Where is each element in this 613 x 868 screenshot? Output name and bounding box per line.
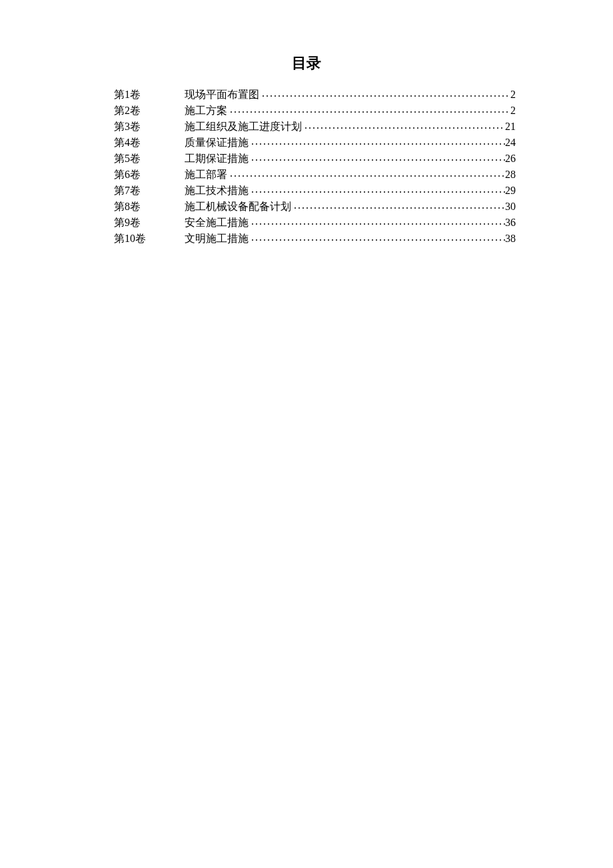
- toc-page: 2: [510, 103, 516, 119]
- toc-page: 29: [505, 183, 516, 199]
- toc-page: 24: [505, 135, 516, 151]
- toc-volume: 第10卷: [114, 231, 185, 247]
- toc-title: 现场平面布置图: [185, 87, 259, 103]
- toc-entry: 第8卷 施工机械设备配备计划 30: [114, 199, 516, 215]
- toc-volume: 第8卷: [114, 199, 185, 215]
- toc-page: 36: [505, 215, 516, 231]
- toc-entry: 第5卷 工期保证措施 26: [114, 151, 516, 167]
- toc-leader: [259, 85, 510, 101]
- toc-volume: 第4卷: [114, 135, 185, 151]
- toc-title: 施工技术措施: [185, 183, 249, 199]
- toc-page: 28: [505, 167, 516, 183]
- toc-leader: [249, 229, 505, 245]
- toc-leader: [291, 197, 505, 213]
- toc-volume: 第2卷: [114, 103, 185, 119]
- toc-title: 质量保证措施: [185, 135, 249, 151]
- toc-entry: 第4卷 质量保证措施 24: [114, 135, 516, 151]
- toc-page: 21: [505, 119, 516, 135]
- toc-title: 文明施工措施: [185, 231, 249, 247]
- toc-page: 2: [510, 87, 516, 103]
- toc-entry: 第10卷 文明施工措施 38: [114, 231, 516, 247]
- toc-title: 施工部署: [185, 167, 227, 183]
- page-title: 目录: [0, 53, 613, 73]
- toc-volume: 第3卷: [114, 119, 185, 135]
- toc-leader: [227, 165, 505, 181]
- toc-volume: 第1卷: [114, 87, 185, 103]
- toc-title: 工期保证措施: [185, 151, 249, 167]
- toc-leader: [249, 213, 505, 229]
- toc-title: 施工方案: [185, 103, 227, 119]
- toc-leader: [227, 101, 510, 117]
- toc-volume: 第6卷: [114, 167, 185, 183]
- toc-leader: [302, 117, 505, 133]
- toc-volume: 第7卷: [114, 183, 185, 199]
- toc-volume: 第9卷: [114, 215, 185, 231]
- toc-leader: [249, 181, 505, 197]
- toc-page: 26: [505, 151, 516, 167]
- toc-leader: [249, 149, 505, 165]
- toc-title: 安全施工措施: [185, 215, 249, 231]
- toc-title: 施工组织及施工进度计划: [185, 119, 302, 135]
- toc-container: 第1卷 现场平面布置图 2 第2卷 施工方案 2 第3卷 施工组织及施工进度计划…: [0, 87, 613, 247]
- toc-entry: 第1卷 现场平面布置图 2: [114, 87, 516, 103]
- toc-entry: 第6卷 施工部署 28: [114, 167, 516, 183]
- toc-entry: 第2卷 施工方案 2: [114, 103, 516, 119]
- toc-entry: 第9卷 安全施工措施 36: [114, 215, 516, 231]
- toc-title: 施工机械设备配备计划: [185, 199, 291, 215]
- toc-volume: 第5卷: [114, 151, 185, 167]
- toc-leader: [249, 133, 505, 149]
- toc-entry: 第7卷 施工技术措施 29: [114, 183, 516, 199]
- toc-entry: 第3卷 施工组织及施工进度计划 21: [114, 119, 516, 135]
- toc-page: 30: [505, 199, 516, 215]
- toc-page: 38: [505, 231, 516, 247]
